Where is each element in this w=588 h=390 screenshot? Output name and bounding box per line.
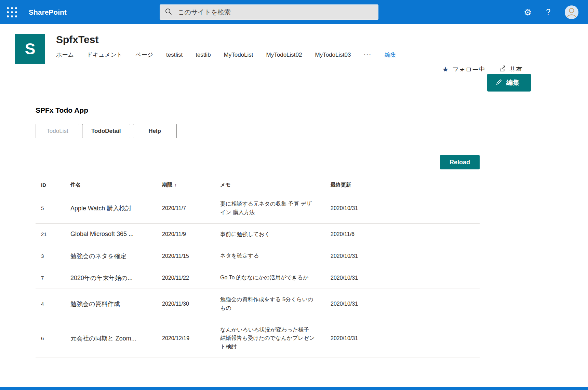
spfx-todo-webpart: SPFx Todo App TodoListTodoDetailHelp Rel… — [36, 106, 480, 358]
divider — [36, 146, 480, 146]
table-row[interactable]: 5 Apple Watch 購入検討 2020/11/7 妻に相談する元ネタの収… — [36, 193, 480, 224]
settings-gear-icon[interactable]: ⚙ — [524, 8, 532, 17]
site-search-box[interactable] — [160, 4, 378, 20]
cell-due: 2020/11/22 — [162, 267, 220, 289]
cell-due: 2020/11/30 — [162, 289, 220, 319]
cell-title[interactable]: Apple Watch 購入検討 — [70, 193, 162, 224]
cell-memo: 事前に勉強しておく — [220, 223, 331, 245]
site-header: S SpfxTest ホームドキュメントページtestlisttestlibMy… — [0, 24, 588, 71]
cell-updated: 2020/10/31 — [331, 193, 480, 224]
tab-button-todolist[interactable]: TodoList — [36, 124, 79, 138]
avatar[interactable] — [565, 5, 578, 19]
cell-id: 6 — [36, 319, 70, 358]
cell-memo: なんかいろいろ状況が変わった様子 結婚報告も受けたのでなんかプレゼント検討 — [220, 319, 331, 358]
search-icon — [165, 8, 172, 17]
cell-memo: 妻に相談する元ネタの収集 予算 デザイン 購入方法 — [220, 193, 331, 224]
webpart-title: SPFx Todo App — [36, 106, 480, 114]
site-logo[interactable]: S — [15, 34, 45, 64]
sharepoint-brand[interactable]: SharePoint — [29, 8, 67, 16]
cell-due: 2020/11/15 — [162, 245, 220, 267]
tab-button-help[interactable]: Help — [133, 124, 177, 138]
search-input[interactable] — [177, 8, 373, 16]
cell-due: 2020/12/19 — [162, 319, 220, 358]
nav-item-ホーム[interactable]: ホーム — [56, 51, 74, 59]
footer-bar — [0, 387, 588, 390]
column-header-id[interactable]: ID — [36, 179, 70, 193]
cell-id: 4 — [36, 289, 70, 319]
nav-item-ドキュメント[interactable]: ドキュメント — [87, 51, 122, 59]
cell-id: 3 — [36, 245, 70, 267]
cell-id: 5 — [36, 193, 70, 224]
cell-title[interactable]: Global Microsoft 365 ... — [70, 223, 162, 245]
cell-id: 21 — [36, 223, 70, 245]
due-header-label: 期限 — [162, 182, 172, 187]
column-header-memo[interactable]: メモ — [220, 179, 331, 193]
page-edit-button[interactable]: 編集 — [487, 74, 531, 92]
cell-memo: Go To 的ななにかの活用ができるか — [220, 267, 331, 289]
nav-item-mytodolist[interactable]: MyTodoList — [224, 52, 253, 58]
cell-id: 7 — [36, 267, 70, 289]
cell-updated: 2020/10/31 — [331, 267, 480, 289]
table-row[interactable]: 3 勉強会のネタを確定 2020/11/15 ネタを確定する 2020/10/3… — [36, 245, 480, 267]
cell-due: 2020/11/7 — [162, 193, 220, 224]
suite-bar: SharePoint ⚙ ? — [0, 0, 588, 24]
cell-title[interactable]: 元会社の同期と Zoom... — [70, 319, 162, 358]
column-header-updated[interactable]: 最終更新 — [331, 179, 480, 193]
site-title[interactable]: SpfxTest — [56, 34, 396, 45]
table-row[interactable]: 7 2020年の年末年始の... 2020/11/22 Go To 的ななにかの… — [36, 267, 480, 289]
column-header-title[interactable]: 件名 — [70, 179, 162, 193]
table-row[interactable]: 4 勉強会の資料作成 2020/11/30 勉強会の資料作成をする 5分くらいの… — [36, 289, 480, 319]
reload-button[interactable]: Reload — [440, 155, 480, 169]
nav-item-testlist[interactable]: testlist — [166, 52, 183, 58]
tab-button-tododetail[interactable]: TodoDetail — [82, 124, 130, 138]
cell-title[interactable]: 2020年の年末年始の... — [70, 267, 162, 289]
pencil-icon — [496, 79, 502, 87]
cell-updated: 2020/10/31 — [331, 245, 480, 267]
app-launcher-icon[interactable] — [7, 7, 17, 17]
cell-title[interactable]: 勉強会の資料作成 — [70, 289, 162, 319]
cell-due: 2020/11/9 — [162, 223, 220, 245]
nav-item-mytodolist03[interactable]: MyTodoList03 — [315, 52, 351, 58]
nav-overflow-icon[interactable]: ··· — [364, 52, 372, 58]
nav-item-testlib[interactable]: testlib — [196, 52, 211, 58]
nav-item-mytodolist02[interactable]: MyTodoList02 — [266, 52, 302, 58]
command-bar: 編集 — [0, 71, 588, 94]
cell-title[interactable]: 勉強会のネタを確定 — [70, 245, 162, 267]
nav-item-ページ[interactable]: ページ — [135, 51, 153, 59]
todo-table: ID 件名 期限↑ メモ 最終更新 5 Apple Watch 購入検討 202… — [36, 179, 480, 358]
page-edit-label: 編集 — [506, 78, 519, 87]
table-row[interactable]: 6 元会社の同期と Zoom... 2020/12/19 なんかいろいろ状況が変… — [36, 319, 480, 358]
sort-ascending-icon: ↑ — [174, 182, 177, 187]
column-header-due[interactable]: 期限↑ — [162, 179, 220, 193]
nav-edit-link[interactable]: 編集 — [385, 51, 396, 59]
site-nav: ホームドキュメントページtestlisttestlibMyTodoListMyT… — [56, 51, 396, 59]
table-body: 5 Apple Watch 購入検討 2020/11/7 妻に相談する元ネタの収… — [36, 193, 480, 358]
cell-updated: 2020/10/31 — [331, 319, 480, 358]
cell-memo: 勉強会の資料作成をする 5分くらいのもの — [220, 289, 331, 319]
table-row[interactable]: 21 Global Microsoft 365 ... 2020/11/9 事前… — [36, 223, 480, 245]
cell-updated: 2020/10/31 — [331, 289, 480, 319]
help-icon[interactable]: ? — [546, 8, 550, 16]
cell-memo: ネタを確定する — [220, 245, 331, 267]
cell-updated: 2020/11/6 — [331, 223, 480, 245]
tab-buttons: TodoListTodoDetailHelp — [36, 124, 480, 138]
table-header-row: ID 件名 期限↑ メモ 最終更新 — [36, 179, 480, 193]
